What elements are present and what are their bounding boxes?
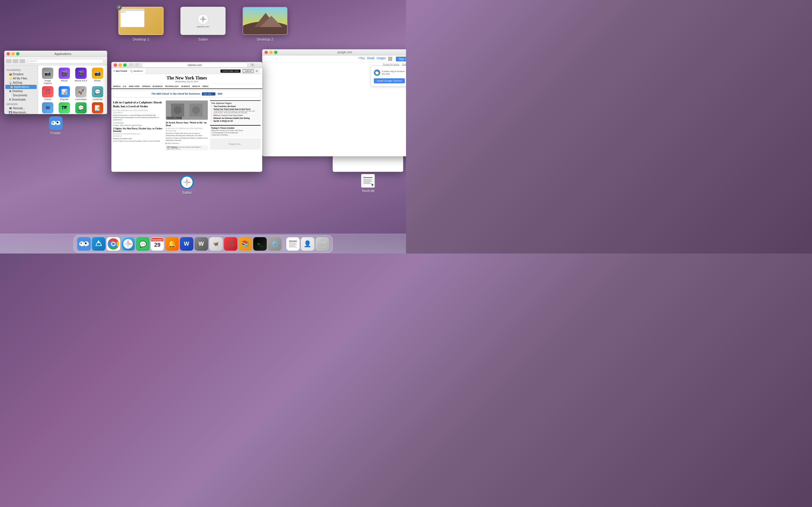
nyt-close-button[interactable] [114,63,117,67]
sidebar-documents[interactable]: 📄 Documents [4,93,38,98]
nyt-login-button[interactable]: LOG IN [243,69,253,73]
nyt-settings-icon[interactable]: ⚙ [256,70,258,72]
nyt-sections-nav[interactable]: ≡ SECTIONS [114,70,127,72]
nyt-nav-buttons: ‹ › [129,63,139,67]
filezilla-emoji: 🦋 [213,241,219,246]
dock-calendar[interactable]: November 29 [151,237,164,251]
nyt-back-button[interactable]: ‹ [129,63,134,67]
space-safari[interactable]: nytimes.com Safari [181,7,225,41]
finder-window[interactable]: Applications Search FAVORITES 📦 Dropbox … [4,51,107,114]
app-iphoto[interactable]: 📷 iPhoto [90,68,105,84]
nyt-refresh-button[interactable]: ↺ [250,63,255,67]
space-desktop2[interactable]: Desktop 2 [243,7,288,41]
finder-search[interactable]: Search [28,59,104,63]
nyt-science-link[interactable]: SCIENCE [181,86,190,87]
nyt-minimize-button[interactable] [118,63,122,67]
sidebar-airdrop[interactable]: 📡 AirDrop [4,80,38,85]
dock-safari[interactable] [121,237,135,251]
privacy-link[interactable]: Privacy & Terms [383,63,399,66]
app-imovie[interactable]: 🎬 iMovie [57,68,72,84]
dock-word[interactable]: W [180,237,193,251]
app-limechat[interactable]: 💬 LimeChat [90,86,105,101]
dock-writer[interactable]: W [195,237,208,251]
google-window[interactable]: google.com +You Gmail Images Sign in [262,49,406,156]
app-msoffice[interactable]: 📝 Microsoft Office 2011 [90,102,105,114]
nyt-ibm-ad[interactable]: The IBM Cloud is the cloud for business.… [113,90,260,98]
install-chrome-button[interactable]: Install Google Chrome [374,78,405,83]
app-keynote[interactable]: 📊 Keynote [57,86,72,101]
google-zoom-button[interactable] [274,51,277,54]
nyt-search-nav[interactable]: 🔍 SEARCH [130,70,143,72]
safari-thumbnail[interactable]: nytimes.com [181,7,225,35]
nyt-video-link-text[interactable]: ● Video: ISIS' Goals for Iraq and Syria [113,124,163,126]
app-mail[interactable]: ✉ Mail [40,102,55,114]
google-apps-icon[interactable] [388,57,394,61]
sidebar-desktop[interactable]: 🖥 Desktop [4,89,38,93]
google-close-button[interactable] [264,51,268,54]
ibm-see-why-button[interactable]: See why → [202,93,215,96]
nyt-subscribe-button[interactable]: SUBSCRIBE NOW [220,69,241,73]
nyt-video-link[interactable]: VIDEO [202,86,208,87]
finder-zoom-button[interactable] [16,52,19,55]
settings-link[interactable]: Settings [402,63,406,66]
finder-close-button[interactable] [6,52,10,55]
finder-view2-icon[interactable] [13,59,18,63]
dock-terminal[interactable]: >_ [253,237,267,251]
app-image-capture[interactable]: 📷 Image Capture [40,68,55,84]
nyt-us-link[interactable]: U.S. [123,86,126,87]
dock-trash[interactable] [315,237,329,251]
dock-filezilla[interactable]: 🦋 [209,237,223,251]
desktop2-thumbnail[interactable] [243,7,288,35]
nyt-health-link[interactable]: HEALTH [192,86,200,87]
google-sign-in-button[interactable]: Sign in [396,57,406,61]
finder-view-icon[interactable] [6,59,11,63]
app-itunes[interactable]: 🎵 iTunes [40,86,55,101]
nyt-sub-comments[interactable]: ▶ 329 Comments [166,142,208,144]
dock-itunes[interactable]: 🎵 [224,237,238,251]
close-desktop1-button[interactable]: ✕ [116,4,122,10]
space-desktop1[interactable]: NYT content ✕ Desktop 1 [118,7,163,41]
sidebar-dropbox[interactable]: 📦 Dropbox [4,72,38,76]
nyt-url-input[interactable]: nytimes.com [142,62,248,68]
nyt-forward-button[interactable]: › [135,63,139,67]
google-gmail-link[interactable]: Gmail [367,57,374,61]
finder-view3-icon[interactable] [19,59,25,63]
nyt-video-overlay[interactable]: ▶ PLAY VIDEO | 2:17 [167,117,182,119]
sidebar-remote[interactable]: 💻 Remote... [4,106,38,110]
dock-appstore[interactable] [92,237,105,251]
sidebar-all-my-files[interactable]: ⭐ All My Files [4,76,38,80]
dock-notification[interactable]: 🔔 [165,237,179,251]
app-maps[interactable]: 🗺 Maps [57,102,72,114]
nyt-window[interactable]: ‹ › nytimes.com ↺ ≡ SECTIONS 🔍 SEARCH SU… [111,62,262,172]
nyt-un-link[interactable]: ● U.N. Official Cites 'Strong Possibilit… [113,140,163,142]
desktop1-thumbnail[interactable]: NYT content [118,7,163,35]
nyt-window-container: ‹ › nytimes.com ↺ ≡ SECTIONS 🔍 SEARCH SU… [111,62,262,194]
chrome-install-prompt[interactable]: A faster way to browse the web Install G… [371,66,406,87]
dock-syspref[interactable]: ⚙️ [268,237,282,251]
finder-minimize-button[interactable] [11,52,15,55]
dock-finder[interactable] [77,237,91,251]
dock-ibooks[interactable]: 📚 [239,237,252,251]
app-imovie909[interactable]: 🎬 iMovie 9.0.9 [73,68,89,84]
google-minimize-button[interactable] [269,51,273,54]
nyt-newyork-link[interactable]: NEW YORK [129,86,140,87]
dock-messages[interactable]: 💬 [136,237,149,251]
nyt-opinion-link[interactable]: OPINION [142,86,150,87]
sidebar-macintosh[interactable]: 💾 Macintosh... [4,110,38,114]
nyt-share-button[interactable] [256,63,260,67]
nyt-comments-link[interactable]: 21 Comments [113,122,163,124]
times-insider-section: Today's Times Insider Behind the scenes … [210,125,260,137]
dock-textedit[interactable] [286,237,300,251]
nyt-world-link[interactable]: WORLD [113,86,120,87]
app-launchpad[interactable]: 🚀 Launchpad [73,86,89,101]
dock-chrome[interactable] [107,237,120,251]
nyt-business-link[interactable]: BUSINESS [153,86,163,87]
sidebar-downloads[interactable]: ⬇ Downloads [4,98,38,102]
google-images-link[interactable]: Images [377,57,386,61]
google-you-link[interactable]: +You [358,57,365,61]
sidebar-applications[interactable]: 🏠 Applications [5,85,37,89]
nyt-zoom-button[interactable] [123,63,126,67]
app-messages[interactable]: 💬 Messages [73,102,89,114]
nyt-tech-link[interactable]: TECHNOLOGY [165,86,179,87]
dock-contacts[interactable]: 👤 [301,237,314,251]
